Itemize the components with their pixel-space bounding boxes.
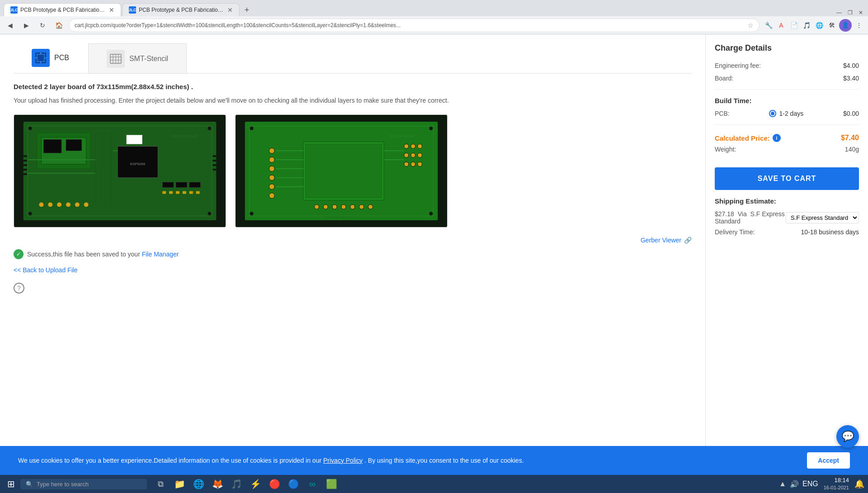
cookie-message-2: . By using this site,you consent to the … [364, 457, 524, 464]
close-button[interactable]: ✕ [857, 9, 864, 16]
pcb-images: ESP8266 [14, 114, 692, 228]
tab-close-2[interactable]: ✕ [227, 6, 233, 14]
svg-rect-46 [196, 191, 200, 194]
accept-cookies-button[interactable]: Accept [807, 452, 850, 469]
pcb-front-image: ESP8266 [14, 114, 226, 228]
svg-point-23 [39, 202, 43, 207]
svg-point-72 [418, 153, 422, 157]
svg-point-70 [404, 153, 409, 157]
privacy-policy-link[interactable]: Privacy Policy [323, 457, 363, 464]
svg-rect-18 [66, 140, 82, 151]
svg-rect-38 [162, 182, 174, 188]
extension-icon-4[interactable]: 🎵 [801, 20, 812, 31]
svg-point-63 [269, 166, 274, 171]
svg-rect-37 [127, 135, 142, 144]
tab-pcb[interactable]: PCB [14, 43, 87, 74]
svg-rect-41 [162, 191, 166, 194]
svg-point-67 [404, 144, 409, 148]
home-button[interactable]: 🏠 [52, 19, 65, 32]
extension-icon-3[interactable]: 📄 [788, 20, 799, 31]
svg-point-64 [269, 175, 274, 180]
profile-icon[interactable]: 👤 [839, 19, 852, 32]
svg-text:TechStudyCell: TechStudyCell [388, 134, 414, 138]
svg-rect-47 [24, 155, 27, 157]
svg-point-88 [429, 212, 433, 215]
gerber-link-icon[interactable]: 🔗 [684, 237, 692, 244]
svg-rect-45 [189, 191, 193, 194]
success-text: Success,this file has been saved to your… [27, 251, 179, 258]
svg-text:iotcircuithub.com: iotcircuithub.com [326, 215, 353, 219]
browser-tab-2[interactable]: JLC PCB Prototype & PCB Fabrication... ✕ [122, 3, 240, 16]
detection-text: Detected 2 layer board of 73x115mm(2.88x… [14, 83, 692, 90]
shipping-method-dropdown[interactable]: S.F Express Standard DHL FedEx [786, 212, 859, 223]
calculated-price-value: $7.40 [841, 134, 859, 142]
file-manager-link[interactable]: File Manager [142, 251, 179, 258]
board-value: $3.40 [843, 75, 859, 82]
svg-point-69 [418, 144, 422, 148]
svg-point-91 [332, 204, 337, 209]
back-button[interactable]: ◀ [4, 19, 16, 32]
gerber-link-area: Gerber Viewer 🔗 [14, 237, 692, 244]
board-fee-row: Board: $3.40 [715, 75, 859, 82]
chat-button[interactable]: 💬 [836, 425, 859, 448]
address-icons: 🔧 A 📄 🎵 🌐 🛠 👤 ⋮ [763, 19, 864, 32]
shipping-method-row: $27.18 Via S.F Express Standard S.F Expr… [715, 210, 859, 225]
maximize-button[interactable]: ❐ [846, 9, 854, 16]
svg-rect-60 [306, 144, 382, 198]
tab-favicon-2: JLC [129, 6, 136, 14]
back-to-upload-link[interactable]: << Back to Upload File [14, 266, 692, 274]
forward-button[interactable]: ▶ [20, 19, 33, 32]
smt-tab-icon [107, 50, 125, 68]
svg-rect-17 [43, 140, 61, 153]
minimize-button[interactable]: — [835, 9, 843, 16]
shipping-via-text: Via [738, 210, 747, 218]
svg-point-94 [359, 204, 364, 209]
tabs-bar: JLC PCB Prototype & PCB Fabrication... ✕… [0, 0, 868, 16]
svg-rect-55 [212, 169, 216, 171]
calculated-label-text: Calculated Price: [715, 134, 770, 142]
gerber-viewer-link[interactable]: Gerber Viewer [641, 237, 681, 244]
save-to-cart-button[interactable]: SAVE TO CART [715, 167, 859, 190]
tab-close-1[interactable]: ✕ [109, 6, 114, 14]
divider-2 [715, 124, 859, 125]
extension-icon-2[interactable]: A [776, 20, 787, 31]
url-bar[interactable]: cart.jlcpcb.com/quote?orderType=1&stenci… [69, 19, 760, 32]
browser-tab-1[interactable]: JLC PCB Prototype & PCB Fabrication... ✕ [4, 3, 121, 16]
menu-icon[interactable]: ⋮ [854, 20, 864, 31]
svg-point-75 [418, 162, 422, 166]
pcb-build-price: $0.00 [843, 110, 859, 117]
svg-rect-48 [24, 160, 27, 161]
engineering-fee-label: Engineering fee: [715, 62, 761, 69]
chat-icon: 💬 [842, 431, 854, 442]
help-icon[interactable]: ? [14, 283, 24, 294]
svg-point-74 [411, 162, 415, 166]
extension-icon-5[interactable]: 🌐 [814, 20, 825, 31]
svg-rect-43 [176, 191, 179, 194]
svg-point-33 [208, 127, 211, 130]
build-time-radio[interactable] [769, 110, 776, 117]
charge-details-title: Charge Details [715, 43, 859, 53]
svg-rect-52 [212, 155, 216, 157]
page-wrapper: PCB SMT-Stencil Detected 2 layer board [0, 34, 868, 475]
svg-point-24 [48, 202, 52, 207]
svg-point-86 [429, 127, 433, 130]
description-text: Your upload has finished processing. Ent… [14, 96, 692, 105]
calculated-info-icon[interactable]: i [773, 134, 781, 142]
extension-icon-6[interactable]: 🛠 [826, 20, 837, 31]
tab-smt[interactable]: SMT-Stencil [88, 43, 187, 74]
svg-point-27 [75, 202, 80, 207]
new-tab-button[interactable]: + [241, 4, 253, 16]
svg-point-35 [208, 212, 211, 215]
bookmark-icon[interactable]: ☆ [748, 22, 754, 29]
shipping-amount-value: $27.18 [715, 210, 734, 218]
svg-rect-44 [183, 191, 186, 194]
smt-tab-label: SMT-Stencil [129, 55, 168, 63]
delivery-label: Delivery Time: [715, 228, 755, 236]
svg-rect-20 [104, 133, 111, 205]
weight-value: 140g [845, 146, 859, 153]
charge-sidebar: Charge Details Engineering fee: $4.00 Bo… [705, 34, 868, 475]
build-time-title: Build Time: [715, 97, 859, 104]
refresh-button[interactable]: ↻ [36, 19, 49, 32]
main-content: PCB SMT-Stencil Detected 2 layer board [0, 34, 705, 475]
extension-icon-1[interactable]: 🔧 [763, 20, 774, 31]
